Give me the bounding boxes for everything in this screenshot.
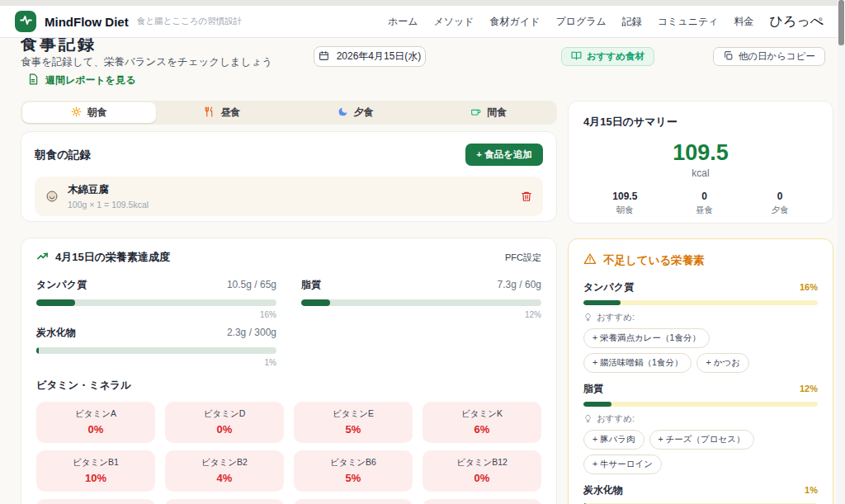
page-title-wrap: 食事記録 — [21, 38, 97, 52]
macro-amount: 10.5g / 65g — [227, 279, 276, 290]
meal-total-breakfast: 109.5 朝食 — [612, 191, 637, 216]
recommended-foods-label: おすすめ食材 — [587, 50, 644, 63]
weekly-report-label: 週間レポートを見る — [45, 73, 135, 87]
recommend-chip[interactable]: + 栄養満点カレー（1食分） — [583, 328, 710, 348]
macro-amount: 2.3g / 300g — [227, 327, 276, 338]
vitamin-card: ビタミンB120% — [422, 450, 541, 492]
brand-name[interactable]: MindFlow Diet — [45, 15, 129, 29]
copy-from-other-day-button[interactable]: 他の日からコピー — [713, 47, 825, 66]
deficient-section-protein: タンパク質 16% おすすめ: + 栄養満点カレー（1食分） + 腸活味噌鍋（1… — [583, 280, 818, 373]
user-menu[interactable]: ひろっぺ — [770, 13, 824, 31]
deficient-name: タンパク質 — [583, 280, 634, 294]
recommend-chip[interactable]: + 腸活味噌鍋（1食分） — [583, 353, 692, 373]
breakfast-record-card: 朝食の記録 + 食品を追加 木綿豆腐 100g × 1 = 109.5kcal — [21, 131, 557, 222]
nav-method[interactable]: メソッド — [433, 15, 474, 29]
vitamin-card: カルシウム17% — [422, 499, 541, 504]
meal-tabbar: 朝食 昼食 夕食 間食 — [21, 101, 557, 125]
vitamin-card: ビタミンB110% — [36, 450, 155, 492]
nutrition-card-title: 4月15日の栄養素達成度 — [55, 250, 170, 265]
tab-breakfast[interactable]: 朝食 — [22, 102, 156, 123]
macro-percent: 1% — [36, 358, 276, 367]
calendar-icon — [319, 50, 329, 64]
deficient-card-title: 不足している栄養素 — [603, 253, 705, 268]
recommend-chip[interactable]: + 豚バラ肉 — [583, 430, 644, 450]
vitamins-grid: ビタミンA0% ビタミンD0% ビタミンE5% ビタミンK6% ビタミンB110… — [36, 402, 541, 504]
nav-home[interactable]: ホーム — [388, 15, 418, 29]
deficient-section-carbs: 炭水化物 1% おすすめ: + 押し麦 + 白米 + 玄米 — [583, 483, 818, 504]
deficient-percent: 1% — [805, 485, 818, 495]
food-list-item[interactable]: 木綿豆腐 100g × 1 = 109.5kcal — [35, 177, 543, 216]
browser-top-strip — [0, 0, 845, 6]
food-icon — [45, 190, 59, 203]
nav-program[interactable]: プログラム — [555, 15, 606, 29]
breakfast-record-title: 朝食の記録 — [35, 148, 91, 163]
deficient-progress-bar — [583, 402, 818, 407]
macro-carbs: 炭水化物 2.3g / 300g 1% — [36, 326, 276, 367]
macro-progress-bar — [301, 299, 541, 306]
date-picker-button[interactable]: 2026年4月15日(水) — [314, 46, 426, 67]
recommend-label: おすすめ: — [597, 312, 635, 323]
daily-summary-card: 4月15日のサマリー 109.5 kcal 109.5 朝食 0 昼食 0 夕食 — [568, 101, 833, 224]
vitamin-card: ナイアシン2% — [165, 499, 284, 504]
macro-percent: 16% — [36, 310, 276, 319]
deficient-percent: 12% — [800, 384, 818, 393]
pfc-settings-link[interactable]: PFC設定 — [505, 252, 541, 264]
left-column: 朝食 昼食 夕食 間食 朝食 — [21, 101, 557, 504]
vitamin-card: 葉酸8% — [294, 499, 413, 504]
nav-pricing[interactable]: 料金 — [734, 15, 754, 29]
nav-food-guide[interactable]: 食材ガイド — [490, 15, 541, 29]
app-logo[interactable] — [15, 11, 36, 32]
vitamin-card: ビタミンA0% — [36, 402, 155, 443]
tab-breakfast-label: 朝食 — [87, 106, 107, 120]
vitamin-card: ビタミンB24% — [165, 450, 284, 492]
recommend-label: おすすめ: — [597, 413, 635, 425]
vitamin-card: ビタミンD0% — [165, 402, 284, 443]
right-column: 4月15日のサマリー 109.5 kcal 109.5 朝食 0 昼食 0 夕食 — [568, 101, 833, 504]
lightbulb-icon — [583, 414, 592, 425]
sun-icon — [71, 106, 82, 120]
meal-totals: 109.5 朝食 0 昼食 0 夕食 — [583, 191, 818, 216]
vitamin-card: ビタミンE5% — [294, 402, 413, 443]
scrollbar-thumb[interactable] — [838, 0, 844, 45]
nav-record[interactable]: 記録 — [622, 15, 642, 29]
tab-dinner-label: 夕食 — [354, 106, 374, 120]
nutrition-achievement-card: 4月15日の栄養素達成度 PFC設定 タンパク質 10.5g / 65g 16%… — [21, 238, 557, 504]
tab-lunch-label: 昼食 — [220, 106, 240, 120]
deficient-section-fat: 脂質 12% おすすめ: + 豚バラ肉 + チーズ（プロセス） + 牛サーロイン — [583, 382, 818, 474]
vitamin-card: ビタミンB65% — [294, 450, 413, 492]
recommend-chip[interactable]: + かつお — [696, 353, 748, 373]
recommended-foods-button[interactable]: おすすめ食材 — [561, 47, 654, 66]
tab-dinner[interactable]: 夕食 — [289, 102, 422, 123]
add-food-button[interactable]: + 食品を追加 — [465, 144, 543, 166]
macro-name: タンパク質 — [36, 278, 87, 292]
trash-icon — [521, 191, 532, 202]
recommend-chip[interactable]: + チーズ（プロセス） — [649, 430, 754, 450]
moon-icon — [338, 106, 348, 120]
warning-icon — [583, 252, 597, 268]
deficient-nutrients-card: 不足している栄養素 タンパク質 16% おすすめ: + 栄養満点カレー（1食分）… — [568, 238, 833, 504]
vitamins-section-title: ビタミン・ミネラル — [36, 379, 541, 393]
macro-name: 炭水化物 — [36, 326, 76, 340]
deficient-name: 炭水化物 — [583, 483, 623, 497]
macro-progress-bar — [36, 299, 276, 306]
recommend-chip[interactable]: + 牛サーロイン — [583, 455, 662, 474]
deficient-name: 脂質 — [583, 382, 603, 396]
total-kcal-value: 109.5 — [583, 140, 818, 166]
deficient-progress-bar — [583, 300, 818, 305]
page-scrollbar[interactable] — [838, 0, 845, 504]
page-head: 食事記録 食事を記録して、栄養バランスをチェックしましょう 週間レポートを見る … — [0, 38, 845, 101]
tab-lunch[interactable]: 昼食 — [156, 102, 290, 123]
book-open-icon — [571, 50, 582, 63]
vitamin-card: ビタミンC0% — [36, 499, 155, 504]
tab-snack[interactable]: 間食 — [422, 102, 556, 123]
nav-community[interactable]: コミュニティ — [658, 15, 719, 29]
tab-snack-label: 間食 — [487, 106, 507, 120]
weekly-report-link[interactable]: 週間レポートを見る — [27, 73, 135, 87]
pulse-icon — [19, 13, 33, 31]
macro-name: 脂質 — [301, 278, 321, 292]
page-subtitle: 食事を記録して、栄養バランスをチェックしましょう — [21, 55, 272, 69]
deficient-percent: 16% — [800, 282, 818, 292]
macro-grid: タンパク質 10.5g / 65g 16% 脂質 7.3g / 60g 12% — [36, 278, 541, 367]
delete-food-button[interactable] — [521, 191, 532, 202]
macro-amount: 7.3g / 60g — [498, 279, 541, 290]
